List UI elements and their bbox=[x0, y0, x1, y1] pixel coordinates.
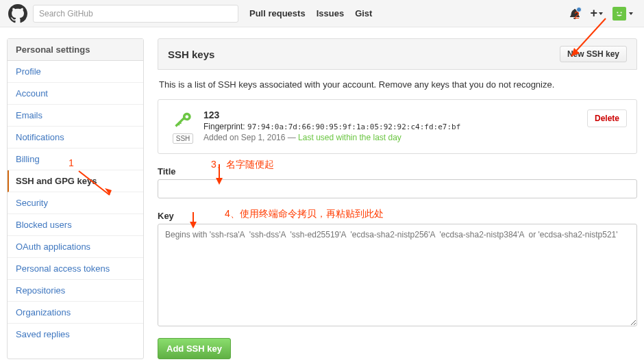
sidebar-item-security[interactable]: Security bbox=[8, 192, 143, 214]
sidebar-item-notifications[interactable]: Notifications bbox=[8, 127, 143, 148]
key-icon bbox=[173, 120, 193, 131]
title-label: Title bbox=[158, 166, 637, 177]
fingerprint-value: 97:94:0a:7d:66:90:95:9f:1a:05:92:92:c4:f… bbox=[247, 122, 460, 131]
key-textarea[interactable] bbox=[158, 224, 637, 326]
sidebar-item-ssh-and-gpg-keys[interactable]: SSH and GPG keys bbox=[8, 170, 143, 192]
delete-key-button[interactable]: Delete bbox=[587, 109, 627, 127]
ssh-badge: SSH bbox=[173, 133, 194, 144]
sidebar-item-personal-access-tokens[interactable]: Personal access tokens bbox=[8, 258, 143, 280]
sidebar-header: Personal settings bbox=[8, 39, 143, 61]
sidebar-item-repositories[interactable]: Repositories bbox=[8, 280, 143, 302]
sidebar-item-saved-replies[interactable]: Saved replies bbox=[8, 324, 143, 345]
notification-dot bbox=[576, 7, 582, 12]
add-ssh-key-button[interactable]: Add SSH key bbox=[158, 338, 231, 359]
panel-description: This is a list of SSH keys associated wi… bbox=[158, 70, 637, 99]
nav-gist[interactable]: Gist bbox=[355, 8, 372, 18]
added-date: Added on Sep 1, 2016 — bbox=[203, 133, 298, 142]
sidebar-item-emails[interactable]: Emails bbox=[8, 105, 143, 127]
fp-label: Fingerprint: bbox=[203, 122, 245, 131]
sidebar-item-oauth-applications[interactable]: OAuth applications bbox=[8, 236, 143, 258]
sidebar-item-billing[interactable]: Billing bbox=[8, 148, 143, 170]
title-input[interactable] bbox=[158, 179, 637, 198]
user-menu[interactable] bbox=[612, 7, 633, 21]
last-used: Last used within the last day bbox=[298, 133, 401, 142]
sidebar-item-blocked-users[interactable]: Blocked users bbox=[8, 214, 143, 236]
key-label: Key bbox=[158, 211, 637, 221]
sidebar-item-account[interactable]: Account bbox=[8, 83, 143, 105]
search-placeholder: Search GitHub bbox=[39, 9, 93, 18]
nav-issues[interactable]: Issues bbox=[317, 8, 344, 18]
panel-title: SSH keys bbox=[168, 49, 214, 60]
avatar-icon bbox=[612, 7, 626, 21]
sidebar-item-profile[interactable]: Profile bbox=[8, 61, 143, 83]
svg-rect-0 bbox=[615, 9, 624, 18]
new-ssh-key-button[interactable]: New SSH key bbox=[560, 46, 627, 62]
search-input[interactable]: Search GitHub bbox=[33, 5, 238, 23]
sidebar-item-organizations[interactable]: Organizations bbox=[8, 302, 143, 324]
github-logo-icon[interactable] bbox=[8, 4, 27, 23]
key-name: 123 bbox=[203, 109, 627, 120]
ssh-key-item: SSH 123 Fingerprint: 97:94:0a:7d:66:90:9… bbox=[158, 99, 637, 154]
create-new-menu[interactable]: + bbox=[590, 6, 603, 21]
notifications-icon[interactable] bbox=[569, 8, 580, 19]
nav-pull-requests[interactable]: Pull requests bbox=[249, 8, 306, 18]
